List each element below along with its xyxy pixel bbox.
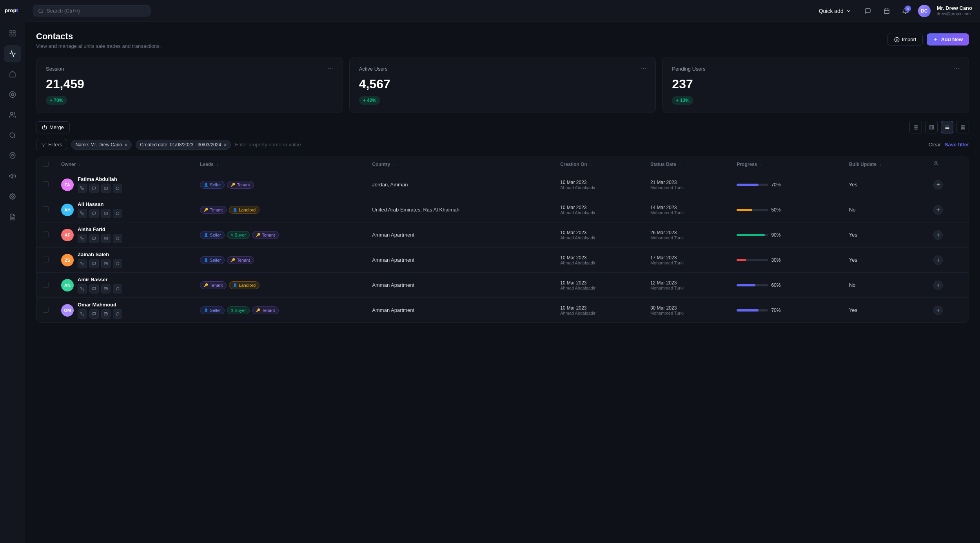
email-icon-button[interactable] <box>101 309 111 319</box>
app-logo[interactable]: prop X <box>5 6 20 15</box>
phone-icon-button[interactable] <box>78 309 87 319</box>
lead-tag-tenant[interactable]: 🔑Tenant <box>200 281 227 289</box>
row-checkbox[interactable] <box>43 282 49 288</box>
whatsapp-icon-button[interactable] <box>113 309 122 319</box>
message-icon-button[interactable] <box>89 309 99 319</box>
whatsapp-icon-button[interactable] <box>113 259 122 268</box>
phone-icon-button[interactable] <box>78 184 87 193</box>
page-subtitle: View and manage al units sale trades and… <box>36 43 161 49</box>
sidebar-item-properties[interactable] <box>4 86 21 103</box>
row-actions-cell: + <box>927 248 969 273</box>
message-icon-button[interactable] <box>89 259 99 268</box>
add-row-button[interactable]: + <box>933 205 943 215</box>
row-checkbox[interactable] <box>43 231 49 237</box>
lead-tag-tenant[interactable]: 🔑Tenant <box>252 231 279 239</box>
email-icon-button[interactable] <box>101 184 111 193</box>
row-checkbox[interactable] <box>43 257 49 262</box>
sidebar-item-leads[interactable] <box>4 66 21 83</box>
lead-tag-seller[interactable]: 👤Seller <box>200 306 225 314</box>
phone-icon-button[interactable] <box>78 234 87 243</box>
sort-country-icon[interactable]: ↕ <box>393 162 395 167</box>
add-row-button[interactable]: + <box>933 306 943 315</box>
svg-rect-36 <box>961 125 962 126</box>
select-all-checkbox[interactable] <box>43 161 49 167</box>
add-new-button[interactable]: Add New <box>927 33 969 46</box>
filter-name-remove[interactable]: × <box>124 142 127 148</box>
clear-button[interactable]: Clear <box>929 142 941 148</box>
filters-button[interactable]: Filters <box>36 139 67 150</box>
view-list-button[interactable] <box>941 121 953 133</box>
lead-tag-tenant[interactable]: 🔑Tenant <box>227 256 254 264</box>
sort-leads-icon[interactable]: ↕ <box>216 162 218 167</box>
user-avatar[interactable]: DC <box>918 5 931 17</box>
progress-wrapper: 50% <box>737 207 836 213</box>
phone-icon-button[interactable] <box>78 259 87 268</box>
phone-icon-button[interactable] <box>78 284 87 293</box>
progress-bar-fill <box>737 234 765 236</box>
add-row-button[interactable]: + <box>933 255 943 265</box>
chat-icon-button[interactable] <box>862 5 874 17</box>
lead-tag-tenant[interactable]: 🔑Tenant <box>227 181 254 189</box>
stat-pending-menu[interactable]: ··· <box>954 65 959 72</box>
stat-session-menu[interactable]: ··· <box>328 65 333 72</box>
view-columns-button[interactable] <box>925 121 938 133</box>
sidebar-item-contacts[interactable] <box>4 106 21 124</box>
import-button[interactable]: Import <box>887 33 923 46</box>
sort-progress-icon[interactable]: ↕ <box>760 162 762 167</box>
contact-name: Amir Nasser <box>78 277 122 282</box>
message-icon-button[interactable] <box>89 209 99 218</box>
email-icon-button[interactable] <box>101 284 111 293</box>
lead-tag-seller[interactable]: 👤Seller <box>200 181 225 189</box>
view-grid4-button[interactable] <box>956 121 969 133</box>
lead-tag-landlord[interactable]: 👤Landlord <box>229 281 260 289</box>
merge-button[interactable]: Merge <box>36 121 70 133</box>
phone-icon-button[interactable] <box>78 209 87 218</box>
row-checkbox[interactable] <box>43 181 49 187</box>
lead-tag-buyer[interactable]: $Buyer <box>227 306 250 314</box>
sort-bulk-icon[interactable]: ↕ <box>879 162 881 167</box>
message-icon-button[interactable] <box>89 284 99 293</box>
email-icon-button[interactable] <box>101 234 111 243</box>
sidebar-item-dashboard[interactable] <box>4 25 21 42</box>
row-checkbox[interactable] <box>43 206 49 212</box>
sidebar-item-analytics[interactable] <box>4 45 21 62</box>
sort-status-icon[interactable]: ↕ <box>679 162 681 167</box>
quick-add-button[interactable]: Quick add <box>815 5 855 16</box>
sort-owner-icon[interactable]: ↕ <box>79 162 81 167</box>
save-filter-button[interactable]: Save filter <box>945 142 969 148</box>
stat-active-value: 4,567 <box>359 77 646 91</box>
calendar-icon-button[interactable] <box>880 5 893 17</box>
notification-icon-button[interactable]: 4 <box>899 5 912 17</box>
search-bar[interactable]: Search (Ctrl+/) <box>33 5 151 16</box>
owner-cell: ZS Zainab Saleh <box>55 248 194 273</box>
sidebar-item-reports[interactable] <box>4 208 21 226</box>
email-icon-button[interactable] <box>101 259 111 268</box>
add-row-button[interactable]: + <box>933 281 943 290</box>
lead-tag-tenant[interactable]: 🔑Tenant <box>200 206 227 214</box>
lead-tag-seller[interactable]: 👤Seller <box>200 231 225 239</box>
whatsapp-icon-button[interactable] <box>113 234 122 243</box>
message-icon-button[interactable] <box>89 234 99 243</box>
add-row-button[interactable]: + <box>933 230 943 240</box>
row-checkbox[interactable] <box>43 307 49 313</box>
country-cell: Amman Apartment <box>366 248 554 273</box>
sidebar-item-search[interactable] <box>4 127 21 144</box>
lead-tag-seller[interactable]: 👤Seller <box>200 256 225 264</box>
filter-date-remove[interactable]: × <box>223 142 227 148</box>
progress-value: 50% <box>771 207 784 213</box>
whatsapp-icon-button[interactable] <box>113 284 122 293</box>
view-grid2-button[interactable] <box>909 121 922 133</box>
whatsapp-icon-button[interactable] <box>113 209 122 218</box>
stat-active-menu[interactable]: ··· <box>641 65 646 72</box>
sidebar-item-settings[interactable] <box>4 188 21 205</box>
message-icon-button[interactable] <box>89 184 99 193</box>
lead-tag-landlord[interactable]: 👤Landlord <box>229 206 260 214</box>
email-icon-button[interactable] <box>101 209 111 218</box>
lead-tag-tenant[interactable]: 🔑Tenant <box>252 306 279 314</box>
add-row-button[interactable]: + <box>933 180 943 190</box>
sort-creation-icon[interactable]: ↕ <box>590 162 592 167</box>
lead-tag-buyer[interactable]: $Buyer <box>227 231 250 239</box>
whatsapp-icon-button[interactable] <box>113 184 122 193</box>
sidebar-item-marketing[interactable] <box>4 168 21 185</box>
sidebar-item-locations[interactable] <box>4 147 21 164</box>
